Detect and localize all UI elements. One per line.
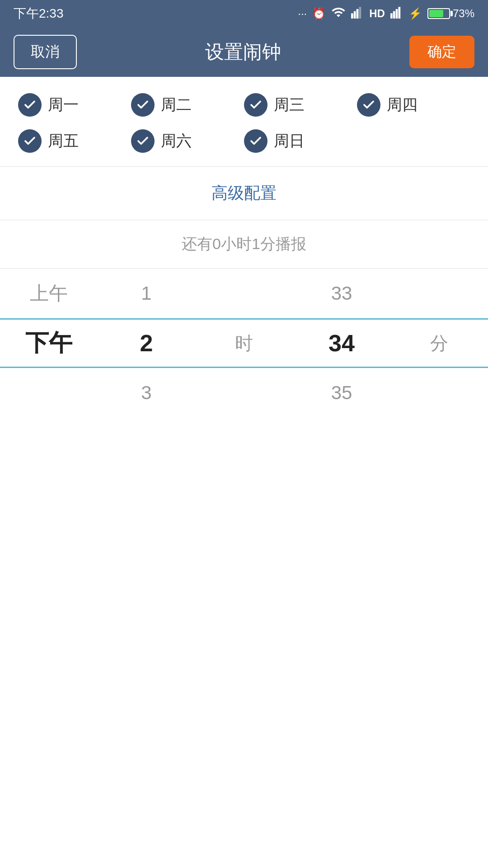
picker-hour-1: 1 [98, 283, 195, 304]
advanced-config-section[interactable]: 高级配置 [0, 167, 488, 220]
advanced-config-label: 高级配置 [211, 184, 277, 202]
wifi-icon [331, 5, 346, 22]
battery-bar [427, 8, 450, 19]
svg-rect-3 [359, 7, 361, 19]
svg-rect-7 [398, 7, 400, 19]
svg-rect-6 [396, 9, 398, 19]
dots-icon: ··· [298, 7, 307, 20]
days-row-2: 周五 周六 周日 [18, 129, 470, 153]
picker-row-next[interactable]: 3 35 [0, 368, 488, 418]
battery-percent: 73% [453, 7, 474, 20]
signal2-icon [390, 6, 403, 21]
picker-minute-unit-pm: 分 [390, 331, 488, 356]
day-thursday[interactable]: 周四 [357, 93, 470, 117]
svg-rect-5 [393, 11, 395, 19]
saturday-checkbox [131, 129, 155, 153]
alarm-icon: ⏰ [312, 7, 326, 20]
tuesday-label: 周二 [161, 94, 192, 115]
time-picker[interactable]: 上午 1 33 下午 2 时 34 分 3 35 [0, 269, 488, 418]
lightning-icon: ⚡ [408, 7, 422, 20]
wednesday-label: 周三 [274, 94, 305, 115]
timer-info-text: 还有0小时1分播报 [182, 235, 306, 252]
picker-rows: 上午 1 33 下午 2 时 34 分 3 35 [0, 269, 488, 418]
picker-hour-2: 2 [98, 330, 195, 357]
thursday-label: 周四 [387, 94, 418, 115]
svg-rect-4 [390, 13, 393, 19]
day-tuesday[interactable]: 周二 [131, 93, 244, 117]
monday-checkbox [18, 93, 42, 117]
picker-row-pm[interactable]: 下午 2 时 34 分 [0, 318, 488, 368]
tuesday-checkbox [131, 93, 155, 117]
days-row-1: 周一 周二 周三 周四 [18, 93, 470, 117]
monday-label: 周一 [48, 94, 79, 115]
friday-checkbox [18, 129, 42, 153]
confirm-button[interactable]: 确定 [409, 36, 474, 68]
picker-minute-35: 35 [293, 382, 390, 404]
svg-rect-2 [357, 9, 359, 19]
picker-period-am: 上午 [0, 281, 98, 306]
thursday-checkbox [357, 93, 380, 117]
day-monday[interactable]: 周一 [18, 93, 131, 117]
page-title: 设置闹钟 [205, 39, 281, 65]
header: 取消 设置闹钟 确定 [0, 27, 488, 77]
day-saturday[interactable]: 周六 [131, 129, 244, 153]
day-sunday[interactable]: 周日 [244, 129, 357, 153]
timer-info-section: 还有0小时1分播报 [0, 220, 488, 269]
cancel-button[interactable]: 取消 [14, 35, 77, 69]
status-icons: ··· ⏰ HD ⚡ [298, 5, 474, 22]
hd-label: HD [369, 7, 385, 20]
sunday-label: 周日 [274, 131, 305, 151]
svg-rect-0 [351, 13, 353, 19]
signal-icon [351, 6, 364, 21]
wednesday-checkbox [244, 93, 267, 117]
status-time: 下午2:33 [14, 5, 64, 22]
picker-minute-33: 33 [293, 283, 390, 304]
picker-hour-unit-pm: 时 [195, 331, 293, 356]
status-bar: 下午2:33 ··· ⏰ HD [0, 0, 488, 27]
picker-minute-34: 34 [293, 330, 390, 357]
day-wednesday[interactable]: 周三 [244, 93, 357, 117]
days-section: 周一 周二 周三 周四 [0, 77, 488, 167]
sunday-checkbox [244, 129, 267, 153]
friday-label: 周五 [48, 131, 79, 151]
day-friday[interactable]: 周五 [18, 129, 131, 153]
picker-hour-3: 3 [98, 382, 195, 404]
picker-row-am[interactable]: 上午 1 33 [0, 269, 488, 318]
picker-period-pm: 下午 [0, 327, 98, 359]
saturday-label: 周六 [161, 131, 192, 151]
svg-rect-1 [354, 11, 356, 19]
battery-fill [429, 10, 443, 17]
battery-container: 73% [427, 7, 474, 20]
